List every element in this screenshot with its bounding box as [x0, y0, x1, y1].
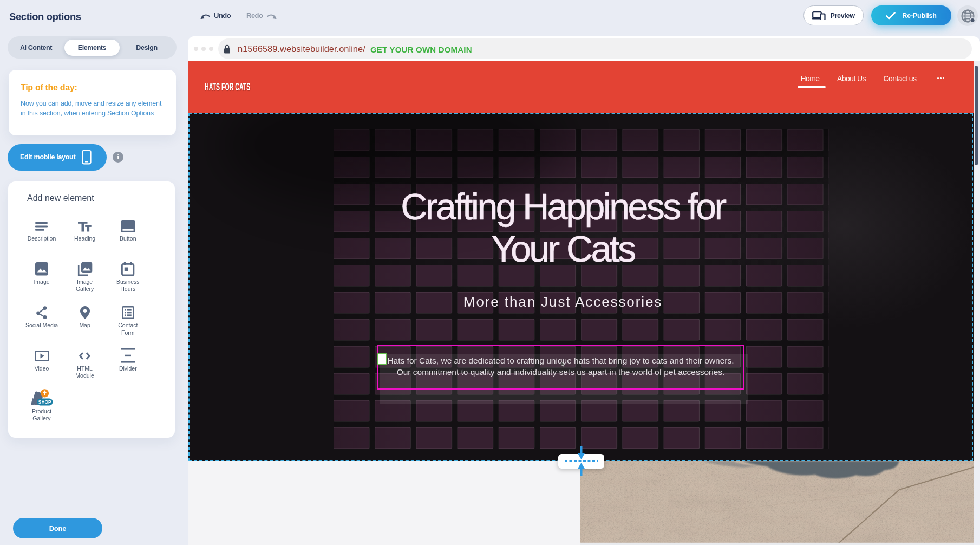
svg-text:SHOP: SHOP — [38, 399, 51, 405]
